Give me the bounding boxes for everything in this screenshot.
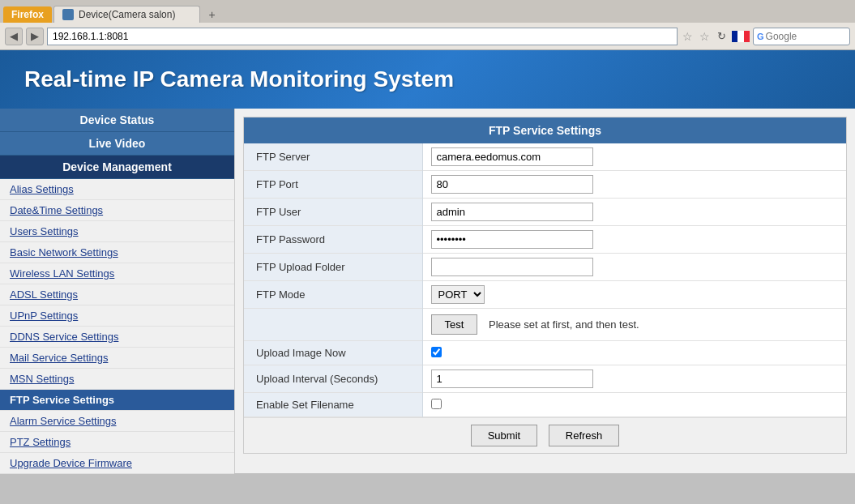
sidebar-item-upgrade[interactable]: Upgrade Device Firmware <box>0 453 234 474</box>
ftp-port-row: FTP Port <box>244 171 846 199</box>
reload-button[interactable]: ↻ <box>715 30 729 42</box>
ftp-user-row: FTP User <box>244 199 846 226</box>
ftp-server-label: FTP Server <box>244 143 422 171</box>
submit-button[interactable]: Submit <box>471 425 537 446</box>
sidebar-item-upnp[interactable]: UPnP Settings <box>0 305 234 327</box>
page-content: Real-time IP Camera Monitoring System De… <box>0 50 855 473</box>
test-note: Please set at first, and then test. <box>489 318 639 331</box>
submit-row: Submit Refresh <box>244 417 846 453</box>
ftp-password-label: FTP Password <box>244 226 422 254</box>
upload-image-label: Upload Image Now <box>244 341 422 365</box>
ftp-mode-select[interactable]: PORT PASV <box>431 285 485 304</box>
ftp-folder-input[interactable] <box>431 258 593 276</box>
enable-filename-checkbox[interactable] <box>431 399 442 409</box>
sidebar-item-ptz[interactable]: PTZ Settings <box>0 432 234 453</box>
header-banner: Real-time IP Camera Monitoring System <box>0 50 855 109</box>
star-button2[interactable]: ☆ <box>698 30 712 43</box>
ftp-server-input[interactable] <box>431 147 593 166</box>
sidebar-btn-device-status[interactable]: Device Status <box>0 109 234 132</box>
sidebar-btn-device-mgmt[interactable]: Device Management <box>0 156 234 179</box>
content-area: FTP Service Settings FTP Server FTP Port <box>235 109 855 473</box>
active-tab[interactable]: Device(Camera salon) <box>53 6 200 23</box>
ftp-server-row: FTP Server <box>244 143 846 171</box>
main-layout: Device Status Live Video Device Manageme… <box>0 109 855 473</box>
upload-interval-row: Upload Interval (Seconds) <box>244 365 846 393</box>
test-row: Test Please set at first, and then test. <box>244 309 846 341</box>
firefox-tab[interactable]: Firefox <box>3 6 52 23</box>
new-tab-button[interactable]: + <box>202 6 221 23</box>
tab-title: Device(Camera salon) <box>79 9 175 20</box>
sidebar-item-basic-network[interactable]: Basic Network Settings <box>0 242 234 263</box>
ftp-password-row: FTP Password <box>244 226 846 254</box>
ftp-mode-row: FTP Mode PORT PASV <box>244 281 846 309</box>
refresh-button[interactable]: Refresh <box>549 425 620 446</box>
sidebar-item-wireless[interactable]: Wireless LAN Settings <box>0 263 234 284</box>
sidebar-item-ftp[interactable]: FTP Service Settings <box>0 390 234 411</box>
ftp-mode-label: FTP Mode <box>244 281 422 309</box>
sidebar-item-alias[interactable]: Alias Settings <box>0 179 234 200</box>
upload-interval-label: Upload Interval (Seconds) <box>244 365 422 393</box>
sidebar-item-alarm[interactable]: Alarm Service Settings <box>0 411 234 432</box>
french-flag <box>732 31 750 42</box>
address-input[interactable] <box>47 28 678 45</box>
sidebar-item-mail[interactable]: Mail Service Settings <box>0 348 234 369</box>
upload-image-checkbox[interactable] <box>431 347 442 357</box>
address-bar: ◀ ▶ ☆ ☆ ↻ G <box>0 23 855 50</box>
star-button[interactable]: ☆ <box>681 30 695 43</box>
test-label <box>244 309 422 341</box>
sidebar-item-adsl[interactable]: ADSL Settings <box>0 284 234 305</box>
ftp-folder-label: FTP Upload Folder <box>244 254 422 281</box>
ftp-server-value[interactable] <box>422 143 846 171</box>
form-table: FTP Server FTP Port FTP Us <box>244 143 846 417</box>
sidebar-item-users[interactable]: Users Settings <box>0 221 234 242</box>
ftp-user-input[interactable] <box>431 203 593 221</box>
upload-image-row: Upload Image Now <box>244 341 846 365</box>
form-title: FTP Service Settings <box>244 117 846 143</box>
google-logo: G <box>757 32 764 41</box>
search-box[interactable]: G <box>753 28 850 45</box>
ftp-user-label: FTP User <box>244 199 422 226</box>
enable-filename-label: Enable Set Filename <box>244 393 422 417</box>
sidebar-item-ddns[interactable]: DDNS Service Settings <box>0 327 234 348</box>
ftp-form-container: FTP Service Settings FTP Server FTP Port <box>243 117 847 454</box>
page-title: Real-time IP Camera Monitoring System <box>24 66 831 92</box>
back-button[interactable]: ◀ <box>5 28 23 45</box>
sidebar-btn-live-video[interactable]: Live Video <box>0 132 234 156</box>
enable-filename-row: Enable Set Filename <box>244 393 846 417</box>
test-button[interactable]: Test <box>431 314 478 335</box>
browser-chrome: Firefox Device(Camera salon) + ◀ ▶ ☆ ☆ ↻… <box>0 0 855 50</box>
sidebar-item-datetime[interactable]: Date&Time Settings <box>0 200 234 221</box>
search-input[interactable] <box>766 31 823 42</box>
ftp-password-input[interactable] <box>431 230 593 249</box>
upload-interval-input[interactable] <box>431 369 593 388</box>
sidebar-item-msn[interactable]: MSN Settings <box>0 369 234 390</box>
ftp-folder-row: FTP Upload Folder <box>244 254 846 281</box>
ftp-port-label: FTP Port <box>244 171 422 199</box>
ftp-port-input[interactable] <box>431 175 593 194</box>
flag-area <box>732 31 750 42</box>
sidebar: Device Status Live Video Device Manageme… <box>0 109 235 473</box>
tab-bar: Firefox Device(Camera salon) + <box>0 0 855 23</box>
tab-icon <box>62 9 74 20</box>
forward-button[interactable]: ▶ <box>26 28 44 45</box>
